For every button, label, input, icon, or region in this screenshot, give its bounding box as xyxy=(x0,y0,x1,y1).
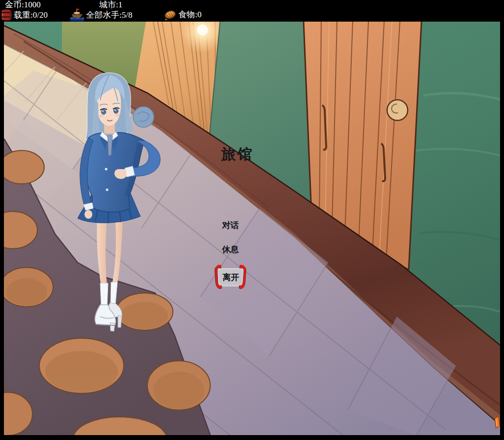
bread-icon xyxy=(164,8,177,21)
menu-option-rest[interactable]: 休息 xyxy=(222,244,239,255)
location-title: 旅馆 xyxy=(221,145,253,165)
cargo-label: 载重:0/20 xyxy=(14,11,48,19)
left-hand xyxy=(84,210,92,219)
ship-icon xyxy=(70,8,84,22)
street-scene-art xyxy=(4,22,500,435)
hud-bar: 金币:1000 城市:1 载重:0/20 xyxy=(0,0,504,22)
barrel-icon xyxy=(1,9,12,21)
selection-cursor-left-icon xyxy=(213,264,222,290)
sailors-label: 全部水手:5/8 xyxy=(86,11,132,19)
door-knob xyxy=(387,100,408,120)
scene-viewport: 旅馆 对话 休息 离开 xyxy=(4,22,500,435)
cargo-stat: 载重:0/20 xyxy=(1,9,48,21)
left-sock xyxy=(100,283,108,307)
sailors-stat: 全部水手:5/8 xyxy=(70,8,132,22)
menu-option-leave-label: 离开 xyxy=(223,272,239,283)
menu-option-talk[interactable]: 对话 xyxy=(222,220,239,231)
wall-lamp xyxy=(197,25,208,35)
edge-flag-marker-icon xyxy=(494,416,500,429)
game-window: 金币:1000 城市:1 载重:0/20 xyxy=(0,0,504,440)
food-label: 食物:0 xyxy=(178,10,201,19)
hair-bun xyxy=(133,107,154,127)
food-stat: 食物:0 xyxy=(164,8,201,21)
gold-label: 金币:1000 xyxy=(5,0,41,9)
selection-cursor-right-icon xyxy=(239,264,248,290)
gold-stat: 金币:1000 xyxy=(5,0,41,9)
